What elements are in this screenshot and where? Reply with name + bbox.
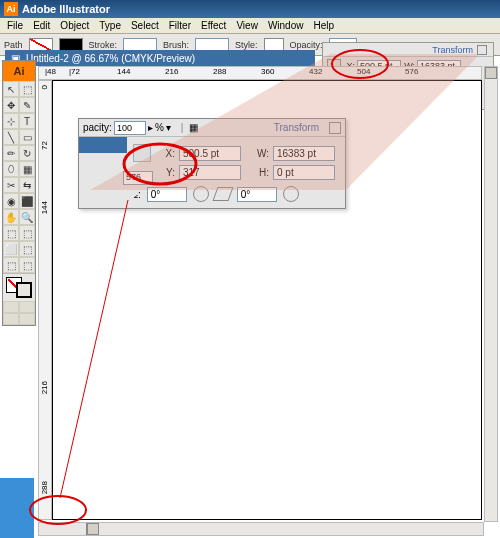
ruler-v-tick: 72 — [40, 141, 49, 150]
tool-21[interactable]: ⬚ — [19, 241, 35, 257]
app-title: Adobe Illustrator — [22, 3, 110, 15]
dropdown-icon[interactable]: ▾ — [166, 122, 171, 133]
doc-strip — [79, 137, 127, 153]
fill-stroke-control[interactable] — [3, 273, 35, 301]
transform-tab-label[interactable]: Transform — [432, 45, 473, 55]
tool-0[interactable]: ↖ — [3, 81, 19, 97]
panel-menu-icon[interactable] — [329, 122, 341, 134]
menu-select[interactable]: Select — [126, 19, 164, 32]
shear-input-zoom[interactable] — [237, 187, 277, 202]
tool-2[interactable]: ✥ — [3, 97, 19, 113]
panel-menu-icon[interactable] — [477, 45, 487, 55]
tool-20[interactable]: ⬜ — [3, 241, 19, 257]
brush-label: Brush: — [163, 40, 189, 50]
scroll-left-button[interactable] — [87, 523, 99, 535]
transform-panel-zoom: pacity: ▸ % ▾ | ▦ Transform 576 X: W: Y: — [78, 118, 346, 209]
ruler-h-tick: |48 — [45, 67, 56, 76]
menu-effect[interactable]: Effect — [196, 19, 231, 32]
stroke-icon[interactable] — [16, 282, 32, 298]
tool-1[interactable]: ⬚ — [19, 81, 35, 97]
tool-9[interactable]: ↻ — [19, 145, 35, 161]
tool-14[interactable]: ◉ — [3, 193, 19, 209]
tool-15[interactable]: ⬛ — [19, 193, 35, 209]
tool-10[interactable]: ⬯ — [3, 161, 19, 177]
ruler-h-tick: 504 — [357, 67, 370, 76]
status-corner — [0, 478, 34, 538]
ruler-v-tick: 288 — [40, 481, 49, 494]
ruler-h-tick: 432 — [309, 67, 322, 76]
ruler-h-tick: 360 — [261, 67, 274, 76]
scrollbar-horizontal[interactable] — [38, 522, 484, 536]
transform-tab-zoom[interactable]: Transform — [268, 122, 325, 133]
opacity-label-crop: pacity: — [83, 122, 112, 133]
app-icon: Ai — [4, 2, 18, 16]
arrow-icon[interactable]: ▸ — [148, 122, 153, 133]
opacity-label: Opacity: — [290, 40, 323, 50]
path-label: Path — [4, 40, 23, 50]
menu-object[interactable]: Object — [55, 19, 94, 32]
title-bar: Ai Adobe Illustrator — [0, 0, 500, 18]
document-tab[interactable]: ▣ Untitled-2 @ 66.67% (CMYK/Preview) — [5, 50, 315, 66]
opacity-input-zoom[interactable] — [114, 121, 146, 135]
tool-23[interactable]: ⬚ — [19, 257, 35, 273]
ruler-vertical[interactable]: 0 72 144 216 288 — [38, 80, 52, 520]
ruler-v-tick: 216 — [40, 381, 49, 394]
ruler-v-tick: 144 — [40, 201, 49, 214]
tool-4[interactable]: ⊹ — [3, 113, 19, 129]
screen-mode[interactable] — [19, 313, 35, 325]
menu-edit[interactable]: Edit — [28, 19, 55, 32]
ruler-h-tick: |72 — [69, 67, 80, 76]
tool-16[interactable]: ✋ — [3, 209, 19, 225]
menu-window[interactable]: Window — [263, 19, 309, 32]
ruler-h-tick: 288 — [213, 67, 226, 76]
tool-19[interactable]: ⬚ — [19, 225, 35, 241]
y-input-zoom[interactable] — [179, 165, 241, 180]
tool-22[interactable]: ⬚ — [3, 257, 19, 273]
tool-6[interactable]: ╲ — [3, 129, 19, 145]
style-label: Style: — [235, 40, 258, 50]
document-title: Untitled-2 @ 66.67% (CMYK/Preview) — [26, 53, 195, 64]
stroke-label: Stroke: — [89, 40, 118, 50]
menu-bar: File Edit Object Type Select Filter Effe… — [0, 18, 500, 34]
opacity-unit-zoom: % — [155, 122, 164, 133]
color-mode[interactable] — [3, 301, 19, 313]
menu-type[interactable]: Type — [94, 19, 126, 32]
tool-17[interactable]: 🔍 — [19, 209, 35, 225]
tool-13[interactable]: ⇆ — [19, 177, 35, 193]
w-input-zoom[interactable] — [273, 146, 335, 161]
tool-12[interactable]: ✂ — [3, 177, 19, 193]
angle-input-zoom[interactable] — [147, 187, 187, 202]
tool-18[interactable]: ⬚ — [3, 225, 19, 241]
y-label-zoom: Y: — [161, 167, 175, 178]
tool-7[interactable]: ▭ — [19, 129, 35, 145]
menu-view[interactable]: View — [231, 19, 263, 32]
scroll-up-button[interactable] — [485, 67, 497, 79]
palette-icon[interactable]: ▦ — [189, 122, 198, 133]
ruler-h-tick: 576 — [405, 67, 418, 76]
x-label-zoom: X: — [161, 148, 175, 159]
gradient-mode[interactable] — [19, 301, 35, 313]
tool-3[interactable]: ✎ — [19, 97, 35, 113]
x-input-zoom[interactable] — [179, 146, 241, 161]
h-label-zoom: H: — [255, 167, 269, 178]
none-mode[interactable] — [3, 313, 19, 325]
angle-dial-icon[interactable] — [193, 186, 209, 202]
menu-file[interactable]: File — [2, 19, 28, 32]
menu-help[interactable]: Help — [308, 19, 339, 32]
tool-5[interactable]: T — [19, 113, 35, 129]
w-label-zoom: W: — [255, 148, 269, 159]
reference-point-icon[interactable] — [133, 144, 151, 162]
menu-filter[interactable]: Filter — [164, 19, 196, 32]
shear-icon — [212, 187, 233, 201]
ruler-h-tick: 216 — [165, 67, 178, 76]
side-val: 576 — [123, 171, 153, 185]
ruler-horizontal[interactable]: |48 |72 144 216 288 360 432 504 576 — [38, 66, 482, 80]
shear-dial-icon[interactable] — [283, 186, 299, 202]
tool-11[interactable]: ▦ — [19, 161, 35, 177]
h-input-zoom[interactable] — [273, 165, 335, 180]
tool-8[interactable]: ✏ — [3, 145, 19, 161]
zoom-level-field[interactable] — [39, 523, 87, 535]
ruler-v-tick: 0 — [40, 85, 49, 89]
scrollbar-vertical[interactable] — [484, 66, 498, 522]
angle-sym-icon: ⦟: — [133, 189, 141, 200]
